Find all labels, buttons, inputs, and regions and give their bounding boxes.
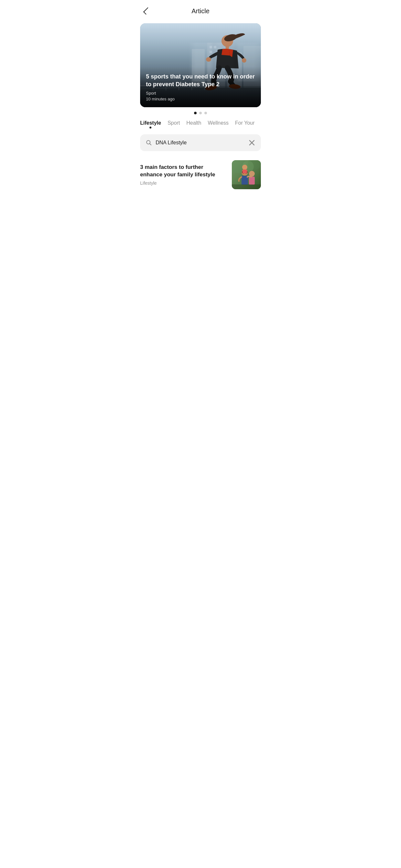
- tab-wellness[interactable]: Wellness: [208, 120, 228, 128]
- hero-category: Sport: [146, 91, 255, 96]
- tab-for-your[interactable]: For Your: [235, 120, 254, 128]
- search-bar[interactable]: [140, 134, 261, 151]
- article-category: Lifestyle: [140, 181, 227, 186]
- back-button[interactable]: [140, 5, 152, 17]
- article-thumbnail: [232, 160, 261, 189]
- back-chevron-icon: [143, 7, 151, 15]
- tab-lifestyle[interactable]: Lifestyle: [140, 120, 161, 128]
- tab-sport[interactable]: Sport: [167, 120, 180, 128]
- hero-title: 5 sports that you need to know in order …: [146, 73, 255, 88]
- hero-banner[interactable]: 5 sports that you need to know in order …: [140, 23, 261, 107]
- table-row[interactable]: 3 main factors to further enhance your f…: [140, 156, 261, 193]
- search-icon: [145, 139, 152, 146]
- tab-health[interactable]: Health: [186, 120, 201, 128]
- article-title: 3 main factors to further enhance your f…: [140, 164, 227, 179]
- svg-line-27: [150, 144, 151, 145]
- article-list: 3 main factors to further enhance your f…: [134, 156, 267, 193]
- article-text-content: 3 main factors to further enhance your f…: [140, 164, 227, 186]
- header: Article: [134, 0, 267, 21]
- clear-search-button[interactable]: [248, 139, 256, 147]
- svg-rect-44: [232, 160, 261, 189]
- dot-3[interactable]: [204, 112, 207, 114]
- category-tabs: Lifestyle Sport Health Wellness For Your: [134, 118, 267, 129]
- carousel-dots: [134, 112, 267, 114]
- dot-2[interactable]: [199, 112, 202, 114]
- search-input[interactable]: [156, 140, 245, 146]
- hero-time: 10 minutes ago: [146, 97, 255, 101]
- page-title: Article: [191, 7, 210, 15]
- dot-1[interactable]: [194, 112, 197, 114]
- hero-content: 5 sports that you need to know in order …: [140, 66, 261, 107]
